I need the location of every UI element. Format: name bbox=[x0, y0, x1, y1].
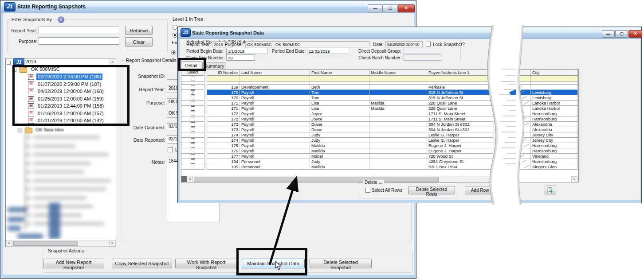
blurred-icon bbox=[25, 144, 31, 148]
table-row[interactable]: 173PayrollDiane304 N Jordan St #302 bbox=[181, 122, 493, 127]
filter-cell[interactable] bbox=[207, 76, 240, 82]
delete-selected-snapshot-button[interactable]: Delete Selected Snapshot bbox=[310, 259, 372, 268]
filter-cell[interactable] bbox=[310, 76, 369, 82]
claim-seq-field[interactable]: 39 bbox=[226, 54, 255, 61]
report-year-input[interactable] bbox=[39, 27, 119, 34]
scroll-right-icon[interactable]: > bbox=[109, 240, 116, 247]
blurred-blue-item bbox=[8, 217, 24, 222]
retrieve-button[interactable]: Retrieve bbox=[125, 26, 153, 35]
blurred-icon bbox=[25, 152, 31, 157]
title-bar[interactable]: J1 State Reporting Snapshots ▬ ▢ ✕ bbox=[1, 1, 416, 13]
row-checkbox[interactable] bbox=[191, 133, 195, 137]
blurred-text-bar bbox=[33, 187, 106, 191]
table-row[interactable]: ✓170PayrollTom315 N Jefferson St bbox=[181, 90, 493, 95]
table-row[interactable]: 172PayrollJoyce1711 S. Main Street bbox=[181, 116, 493, 122]
table-row[interactable]: 171PayrollLisaMatilda228 Quail Lane bbox=[181, 101, 493, 106]
row-checkbox[interactable] bbox=[191, 106, 195, 111]
select-all-rows-checkbox[interactable] bbox=[365, 188, 370, 193]
blurred-text-bar bbox=[33, 144, 75, 148]
copy-selected-snapshot-button[interactable]: Copy Selected Snapshot bbox=[112, 259, 172, 268]
tab-summary[interactable]: Summary bbox=[202, 62, 226, 69]
row-checkbox[interactable] bbox=[191, 101, 195, 105]
tree-collapse-icon[interactable]: - bbox=[7, 61, 11, 65]
clear-button[interactable]: Clear bbox=[125, 37, 153, 46]
table-row[interactable]: 174PayrollJudyLeslie G. Harper bbox=[181, 138, 493, 143]
table-row[interactable]: 175PayrollMatildaEugene J. Harper bbox=[181, 143, 493, 148]
table-row[interactable]: 175PayrollMatildaEugene J. Harper bbox=[181, 148, 493, 154]
table-row[interactable]: 159DevelopementBethPerkasie bbox=[181, 85, 493, 90]
tree-folder2-label[interactable]: OK New Hire bbox=[35, 127, 64, 133]
blurred-text-bar bbox=[33, 196, 86, 200]
work-with-report-snapshot-button[interactable]: Work With Report Snapshot bbox=[175, 259, 237, 268]
table-row[interactable]: 171PayrollLisaMatilda228 Quail Lane bbox=[181, 106, 493, 111]
maximize-button[interactable]: ▢ bbox=[383, 4, 398, 12]
grid-header-row: SelectID NumberLast NameFirst NameMiddle… bbox=[181, 70, 493, 76]
delete-selected-rows-button[interactable]: Delete Selected Rows bbox=[408, 186, 455, 194]
city-column-header: City bbox=[531, 70, 578, 76]
purpose-label: Purpose: bbox=[4, 39, 37, 44]
info-icon[interactable]: i bbox=[58, 16, 64, 23]
row-checkbox[interactable] bbox=[191, 117, 195, 121]
scroll-right-icon[interactable]: > bbox=[571, 176, 577, 182]
row-checkbox[interactable] bbox=[191, 165, 195, 169]
blurred-icon bbox=[25, 161, 31, 166]
purpose-radio[interactable] bbox=[173, 25, 177, 30]
filter-cell[interactable] bbox=[240, 76, 310, 82]
table-row[interactable]: 170PayrollTom315 N Jefferson St bbox=[181, 95, 493, 101]
period-begin-label: Period Begin Date: bbox=[186, 49, 224, 54]
row-checkbox[interactable] bbox=[191, 154, 195, 159]
maximize-button[interactable]: ▢ bbox=[615, 30, 628, 38]
tree-hscroll-thumb[interactable] bbox=[13, 241, 78, 246]
period-end-field[interactable]: 12/31/2019 bbox=[307, 48, 348, 54]
app-logo-icon: J1 bbox=[181, 28, 191, 37]
row-checkbox[interactable] bbox=[191, 112, 195, 116]
table-row[interactable]: 177PayrollMabel728 Wood St bbox=[181, 154, 493, 159]
lock-snapshot-checkbox[interactable] bbox=[426, 42, 431, 46]
annotation-box-tree bbox=[12, 65, 130, 126]
ex-radio[interactable] bbox=[171, 50, 176, 55]
table-row[interactable]: 173PayrollDiane304 N Jordan St #302 bbox=[181, 127, 493, 132]
scroll-left-icon[interactable]: < bbox=[6, 240, 12, 247]
row-checkbox[interactable] bbox=[191, 149, 195, 153]
scroll-left-icon[interactable]: < bbox=[187, 176, 193, 182]
minimize-button[interactable]: ▬ bbox=[602, 30, 615, 38]
table-row[interactable]: 194PersonnelJudy4284 Greystone St bbox=[181, 159, 493, 164]
row-checkbox[interactable] bbox=[191, 96, 195, 100]
row-checkbox[interactable]: ✓ bbox=[191, 90, 195, 95]
table-row[interactable]: 172PayrollJoyce1711 S. Main Street bbox=[181, 111, 493, 116]
tree-expand-icon[interactable]: + bbox=[18, 128, 22, 132]
blurred-icon bbox=[25, 170, 31, 174]
purpose-input[interactable] bbox=[39, 37, 119, 45]
grid-hscrollbar[interactable]: < bbox=[181, 176, 493, 182]
close-button[interactable]: ✕ bbox=[398, 4, 415, 12]
row-checkbox[interactable] bbox=[191, 143, 195, 148]
row-checkbox[interactable] bbox=[191, 85, 195, 89]
table-row[interactable]: 174PayrollJudyLeslie G. Harper bbox=[181, 132, 493, 138]
close-button[interactable]: ✕ bbox=[628, 30, 642, 38]
row-checkbox[interactable] bbox=[191, 159, 195, 164]
filter-cell[interactable] bbox=[369, 76, 427, 82]
row-checkbox[interactable] bbox=[191, 122, 195, 127]
minimize-button[interactable]: ▬ bbox=[368, 4, 383, 12]
period-begin-field[interactable]: 1/1/2019 bbox=[226, 48, 267, 54]
table-row[interactable]: 195PersonnelMatildaRR 1 Box 1594 bbox=[181, 164, 493, 170]
row-checkbox[interactable] bbox=[191, 128, 195, 132]
tree-scroll-up-icon[interactable]: ˄ bbox=[110, 59, 115, 66]
filter-checkbox[interactable] bbox=[191, 77, 195, 81]
fg-date-label: Date: bbox=[373, 42, 384, 47]
export-button[interactable] bbox=[545, 186, 556, 195]
grid-hscroll-thumb[interactable] bbox=[194, 177, 439, 182]
second-radio[interactable] bbox=[173, 33, 177, 38]
snapshot-data-grid[interactable]: SelectID NumberLast NameFirst NameMiddle… bbox=[181, 69, 493, 182]
blurred-icon bbox=[25, 213, 31, 217]
check-batch-field bbox=[404, 54, 441, 61]
add-new-report-snapshot-button[interactable]: Add New Report Snapshot bbox=[43, 259, 104, 268]
level1-legend: Level 1 In Tree bbox=[171, 16, 205, 22]
tree-root-label[interactable]: 2019 bbox=[25, 58, 36, 65]
export-file-icon bbox=[547, 187, 554, 194]
title-bar[interactable]: J1 State Reporting Snapshot Data ▬ ▢ ✕ bbox=[178, 27, 641, 39]
blurred-blue-item bbox=[8, 226, 21, 231]
details-lock-checkbox[interactable] bbox=[168, 147, 173, 152]
blurred-text-bar bbox=[33, 136, 100, 139]
row-checkbox[interactable] bbox=[191, 138, 195, 143]
